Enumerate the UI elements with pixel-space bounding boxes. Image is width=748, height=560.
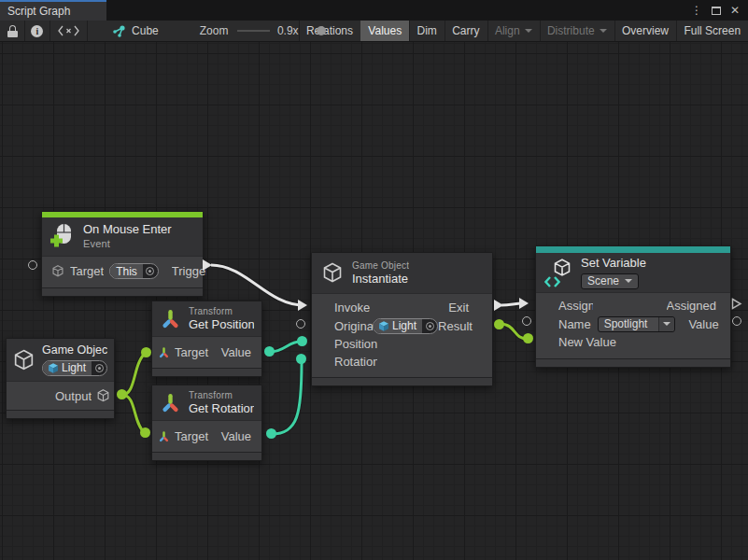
value-port-label: Value: [221, 345, 251, 359]
port-value-output[interactable]: [732, 316, 741, 326]
chevron-down-icon: [663, 322, 670, 326]
port-result-output[interactable]: [494, 319, 504, 329]
zoom-label: Zoom: [200, 21, 229, 41]
assign-assigned-row: Assign Assigned: [558, 297, 716, 315]
rotation-port-label: Rotation: [334, 355, 377, 369]
overview-button[interactable]: Overview: [614, 21, 676, 41]
transform-icon: [160, 308, 181, 330]
value-port-label: Value: [221, 429, 251, 443]
graph-canvas[interactable]: On Mouse Enter Event Target This Trigger: [0, 42, 748, 560]
transform-mini-icon: [158, 430, 170, 443]
light-object-field[interactable]: Light: [42, 360, 107, 376]
fullscreen-button[interactable]: Full Screen: [676, 21, 748, 41]
graph-name: Cube: [132, 24, 159, 37]
window-menu-icon[interactable]: ⋮: [691, 5, 702, 16]
unity-logo-icon: [552, 258, 572, 278]
target-value: This: [110, 264, 143, 278]
variable-name-dropdown[interactable]: Spotlight: [598, 316, 676, 332]
output-port-label: Output: [55, 389, 92, 403]
info-button[interactable]: [24, 21, 49, 41]
original-port-label: Original: [334, 319, 373, 333]
port-invoke-input[interactable]: [298, 300, 307, 311]
graph-breadcrumb[interactable]: Cube: [104, 21, 166, 41]
rotation-row: Rotation: [334, 353, 469, 371]
exit-port-label: Exit: [448, 301, 469, 315]
port-new-value-input[interactable]: [523, 333, 533, 343]
node-header: Set Variable Scene: [536, 253, 730, 293]
node-header: Transform Get Position: [152, 301, 261, 337]
graph-icon: [111, 24, 126, 38]
original-value-chip: Light: [374, 319, 422, 333]
distribute-button[interactable]: Distribute: [540, 21, 614, 41]
set-variable-icon: [544, 258, 572, 287]
zoom-slider[interactable]: [237, 30, 269, 32]
position-row: Position: [334, 335, 469, 353]
object-picker-icon[interactable]: [92, 364, 106, 372]
variable-kind-dropdown[interactable]: Scene: [581, 273, 639, 289]
object-picker-icon[interactable]: [422, 322, 437, 330]
node-set-variable[interactable]: Set Variable Scene Assign Assigned Name …: [535, 245, 731, 368]
node-instantiate[interactable]: Game Object Instantiate Invoke Exit Orig…: [311, 252, 493, 386]
dropdown-caret-box: [658, 317, 674, 331]
node-category: Transform: [189, 305, 254, 317]
chevron-down-icon: [600, 29, 607, 33]
transform-mini-icon: [158, 346, 170, 359]
lock-button[interactable]: [0, 21, 24, 41]
game-object-cube-icon: [12, 348, 35, 372]
port-getposition-target-input[interactable]: [141, 347, 151, 357]
maximize-icon[interactable]: [712, 7, 721, 15]
window-controls: ⋮ ✕: [691, 0, 748, 21]
values-button[interactable]: Values: [360, 21, 409, 41]
port-assign-input[interactable]: [519, 298, 529, 309]
relations-button[interactable]: Relations: [299, 21, 360, 41]
port-exit-output[interactable]: [494, 300, 503, 311]
new-value-row: New Value: [558, 333, 716, 351]
port-getrotation-value-output[interactable]: [266, 428, 276, 439]
node-get-position[interactable]: Transform Get Position Target Value: [151, 301, 262, 377]
target-object-field[interactable]: This: [109, 263, 159, 279]
game-object-ghost-icon: [51, 264, 64, 278]
node-on-mouse-enter[interactable]: On Mouse Enter Event Target This Trigger: [41, 211, 204, 297]
object-picker-icon[interactable]: [143, 267, 158, 275]
wire-getrotation-to-rotation[interactable]: [272, 362, 302, 434]
port-mouse-enter-target-input[interactable]: [28, 260, 37, 270]
target-port-label: Target: [175, 345, 208, 359]
carry-button[interactable]: Carry: [445, 21, 487, 41]
port-rotation-input[interactable]: [296, 354, 306, 364]
node-footer: [42, 287, 203, 296]
original-object-field[interactable]: Light: [373, 318, 438, 334]
target-port-label: Target: [175, 429, 208, 443]
tab-script-graph[interactable]: Script Graph: [0, 0, 106, 21]
name-value-row: Name Spotlight Value: [558, 315, 716, 333]
game-object-ghost-icon: [96, 388, 110, 403]
node-title: Get Rotation: [189, 401, 254, 416]
port-assigned-output[interactable]: [731, 298, 742, 310]
invoke-exit-row: Invoke Exit: [334, 299, 469, 316]
zoom-value: 0.9x: [277, 21, 299, 41]
code-brackets-icon: [58, 25, 79, 36]
node-category: Game Object: [352, 259, 409, 272]
node-title: Instantiate: [352, 272, 409, 287]
name-port-label: Name: [558, 317, 591, 331]
node-header: Game Object Light: [7, 339, 114, 382]
port-trigger-output[interactable]: [203, 259, 212, 271]
light-value: Light: [62, 361, 86, 374]
port-name-input[interactable]: [522, 316, 531, 326]
port-getposition-value-output[interactable]: [264, 346, 275, 357]
node-title: Get Position: [189, 317, 254, 332]
port-original-input[interactable]: [296, 319, 305, 329]
node-light-object[interactable]: Game Object Light Output: [6, 338, 115, 419]
node-get-rotation[interactable]: Transform Get Rotation Target Value: [151, 385, 262, 461]
wire-output-to-getposition-target[interactable]: [122, 353, 146, 395]
wire-trigger-to-invoke[interactable]: [211, 265, 303, 305]
align-button[interactable]: Align: [487, 21, 540, 41]
graph-toolbar: Cube Zoom 0.9x Relations Values Dim Carr…: [0, 21, 748, 42]
value-port-label: Value: [688, 317, 718, 331]
dim-button[interactable]: Dim: [410, 21, 445, 41]
port-getrotation-target-input[interactable]: [140, 427, 150, 438]
code-view-button[interactable]: [50, 21, 87, 41]
close-icon[interactable]: ✕: [730, 5, 740, 16]
original-value: Light: [392, 319, 416, 332]
port-position-input[interactable]: [297, 336, 307, 346]
port-light-output[interactable]: [117, 389, 127, 399]
